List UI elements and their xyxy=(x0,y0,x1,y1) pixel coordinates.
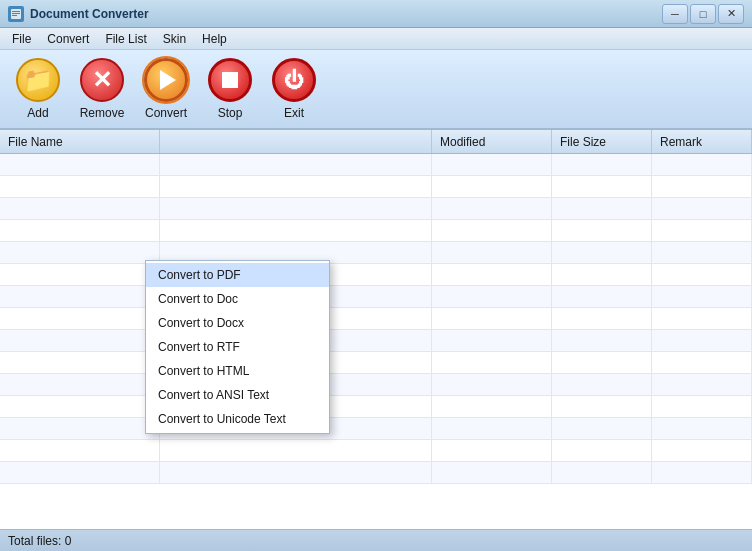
stop-button[interactable]: Stop xyxy=(200,55,260,123)
table-row xyxy=(0,308,752,330)
maximize-button[interactable]: □ xyxy=(690,4,716,24)
add-button[interactable]: 📁 Add xyxy=(8,55,68,123)
add-label: Add xyxy=(27,106,48,120)
convert-dropdown-menu: Convert to PDF Convert to Doc Convert to… xyxy=(145,260,330,434)
exit-label: Exit xyxy=(284,106,304,120)
svg-rect-2 xyxy=(12,13,20,14)
table-row xyxy=(0,264,752,286)
convert-button[interactable]: Convert xyxy=(136,55,196,123)
toolbar: 📁 Add ✕ Remove Convert Stop ⏻ Exit xyxy=(0,50,752,130)
minimize-button[interactable]: ─ xyxy=(662,4,688,24)
table-row xyxy=(0,330,752,352)
dropdown-item-docx[interactable]: Convert to Docx xyxy=(146,311,329,335)
table-row xyxy=(0,440,752,462)
status-bar: Total files: 0 xyxy=(0,529,752,551)
svg-rect-1 xyxy=(12,11,20,12)
table-row xyxy=(0,198,752,220)
table-row xyxy=(0,352,752,374)
menu-bar: File Convert File List Skin Help xyxy=(0,28,752,50)
col-filename: File Name xyxy=(0,130,160,153)
table-row xyxy=(0,176,752,198)
dropdown-item-doc[interactable]: Convert to Doc xyxy=(146,287,329,311)
window-title: Document Converter xyxy=(30,7,662,21)
remove-button[interactable]: ✕ Remove xyxy=(72,55,132,123)
convert-icon xyxy=(144,58,188,102)
total-files-label: Total files: 0 xyxy=(8,534,71,548)
exit-button[interactable]: ⏻ Exit xyxy=(264,55,324,123)
exit-icon: ⏻ xyxy=(272,58,316,102)
menu-file[interactable]: File xyxy=(4,30,39,48)
add-icon: 📁 xyxy=(16,58,60,102)
file-list-table xyxy=(0,154,752,529)
app-icon xyxy=(8,6,24,22)
table-row xyxy=(0,242,752,264)
menu-skin[interactable]: Skin xyxy=(155,30,194,48)
col-remark: Remark xyxy=(652,130,752,153)
table-row xyxy=(0,396,752,418)
dropdown-item-unicode[interactable]: Convert to Unicode Text xyxy=(146,407,329,431)
table-row xyxy=(0,462,752,484)
table-row xyxy=(0,154,752,176)
svg-rect-3 xyxy=(12,15,17,16)
remove-label: Remove xyxy=(80,106,125,120)
dropdown-item-rtf[interactable]: Convert to RTF xyxy=(146,335,329,359)
window-controls: ─ □ ✕ xyxy=(662,4,744,24)
stop-label: Stop xyxy=(218,106,243,120)
dropdown-item-pdf[interactable]: Convert to PDF xyxy=(146,263,329,287)
dropdown-item-html[interactable]: Convert to HTML xyxy=(146,359,329,383)
table-row xyxy=(0,220,752,242)
table-header: File Name Modified File Size Remark xyxy=(0,130,752,154)
menu-convert[interactable]: Convert xyxy=(39,30,97,48)
dropdown-item-ansi[interactable]: Convert to ANSI Text xyxy=(146,383,329,407)
close-button[interactable]: ✕ xyxy=(718,4,744,24)
col-filesize: File Size xyxy=(552,130,652,153)
menu-file-list[interactable]: File List xyxy=(97,30,154,48)
table-row xyxy=(0,418,752,440)
convert-label: Convert xyxy=(145,106,187,120)
main-content: File Name Modified File Size Remark xyxy=(0,130,752,529)
table-row xyxy=(0,286,752,308)
col-modified: Modified xyxy=(432,130,552,153)
stop-icon xyxy=(208,58,252,102)
menu-help[interactable]: Help xyxy=(194,30,235,48)
title-bar: Document Converter ─ □ ✕ xyxy=(0,0,752,28)
col-empty xyxy=(160,130,432,153)
table-row xyxy=(0,374,752,396)
remove-icon: ✕ xyxy=(80,58,124,102)
